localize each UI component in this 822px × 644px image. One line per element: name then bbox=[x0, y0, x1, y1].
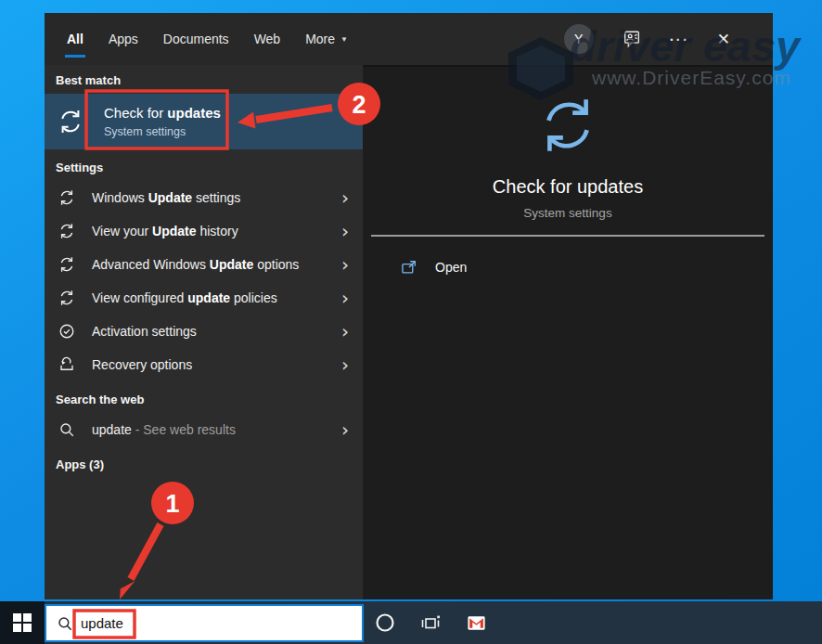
feedback-icon[interactable] bbox=[622, 29, 642, 49]
apps-section-header: Apps (3) bbox=[45, 446, 363, 478]
result-label: Windows Update settings bbox=[92, 190, 240, 205]
result-sections: SettingsWindows Update settings›View you… bbox=[45, 149, 363, 446]
result-label: View configured update policies bbox=[92, 290, 277, 305]
chevron-right-icon: › bbox=[341, 322, 349, 341]
cortana-button[interactable] bbox=[373, 601, 397, 644]
chevron-right-icon: › bbox=[341, 355, 349, 374]
check-icon bbox=[58, 323, 77, 340]
best-match-header: Best match bbox=[45, 65, 363, 94]
tab-label: Web bbox=[254, 32, 281, 46]
refresh-icon bbox=[58, 189, 77, 206]
tab-label: Apps bbox=[109, 32, 138, 46]
chevron-right-icon: › bbox=[341, 420, 349, 439]
tab-all[interactable]: All bbox=[67, 13, 83, 65]
refresh-icon bbox=[58, 223, 77, 239]
web-result-update[interactable]: update - See web results› bbox=[45, 413, 363, 446]
open-label: Open bbox=[435, 260, 467, 275]
tab-apps[interactable]: Apps bbox=[109, 13, 138, 65]
result-recovery-options[interactable]: Recovery options› bbox=[45, 348, 363, 381]
best-match-title: Check for updates bbox=[104, 105, 221, 121]
chevron-right-icon: › bbox=[341, 255, 349, 274]
result-view-configured-update-policies[interactable]: View configured update policies› bbox=[45, 281, 363, 315]
taskbar-search-box[interactable] bbox=[45, 604, 364, 642]
start-search-flyout: AllAppsDocumentsWebMore▼ Y ··· ✕ Best ma… bbox=[45, 13, 773, 599]
search-input[interactable] bbox=[81, 615, 303, 631]
refresh-icon bbox=[58, 256, 77, 273]
refresh-icon bbox=[58, 290, 77, 306]
user-avatar[interactable]: Y bbox=[564, 24, 594, 54]
search-filter-tabbar: AllAppsDocumentsWebMore▼ Y ··· ✕ bbox=[45, 13, 773, 65]
result-view-your-update-history[interactable]: View your Update history› bbox=[45, 214, 363, 248]
result-label: update - See web results bbox=[92, 422, 236, 437]
search-icon bbox=[58, 421, 77, 438]
taskbar bbox=[0, 601, 822, 644]
section-header-settings: Settings bbox=[45, 149, 363, 181]
refresh-icon bbox=[58, 109, 85, 135]
filter-tabs: AllAppsDocumentsWebMore▼ bbox=[67, 13, 373, 65]
section-header-search-the-web: Search the web bbox=[45, 381, 363, 413]
best-match-result-check-for-updates[interactable]: Check for updates System settings bbox=[45, 94, 363, 149]
result-label: Advanced Windows Update options bbox=[92, 257, 299, 272]
result-label: View your Update history bbox=[92, 224, 238, 238]
result-preview-panel: Check for updates System settings Open bbox=[363, 65, 773, 599]
result-label: Activation settings bbox=[92, 324, 197, 339]
chevron-right-icon: › bbox=[341, 222, 349, 240]
preview-title: Check for updates bbox=[363, 176, 773, 198]
chevron-right-icon: › bbox=[341, 188, 349, 207]
windows-logo-icon bbox=[13, 613, 32, 632]
recovery-icon bbox=[58, 356, 77, 373]
tab-label: Documents bbox=[163, 32, 229, 46]
refresh-icon bbox=[537, 95, 598, 156]
tab-web[interactable]: Web bbox=[254, 13, 281, 65]
tab-documents[interactable]: Documents bbox=[163, 13, 229, 65]
result-activation-settings[interactable]: Activation settings› bbox=[45, 315, 363, 348]
close-icon[interactable]: ✕ bbox=[717, 30, 730, 49]
tab-label: More bbox=[305, 32, 335, 46]
more-options-icon[interactable]: ··· bbox=[670, 32, 689, 47]
result-windows-update-settings[interactable]: Windows Update settings› bbox=[45, 181, 363, 214]
gmail-button[interactable] bbox=[464, 601, 488, 644]
search-results-panel: Best match Check for updates System sett… bbox=[45, 65, 363, 599]
open-action[interactable]: Open bbox=[363, 249, 773, 286]
preview-divider bbox=[371, 235, 764, 237]
best-match-subtitle: System settings bbox=[104, 125, 221, 138]
result-label: Recovery options bbox=[92, 357, 192, 372]
chevron-right-icon: › bbox=[341, 289, 349, 307]
start-button[interactable] bbox=[0, 601, 45, 644]
search-icon bbox=[57, 615, 73, 632]
tab-more[interactable]: More▼ bbox=[305, 13, 348, 65]
open-in-new-icon bbox=[400, 258, 418, 277]
tab-label: All bbox=[67, 32, 83, 46]
preview-subtitle: System settings bbox=[363, 206, 773, 220]
task-view-button[interactable] bbox=[418, 601, 443, 644]
result-advanced-windows-update-options[interactable]: Advanced Windows Update options› bbox=[45, 248, 363, 281]
chevron-down-icon: ▼ bbox=[340, 35, 348, 44]
